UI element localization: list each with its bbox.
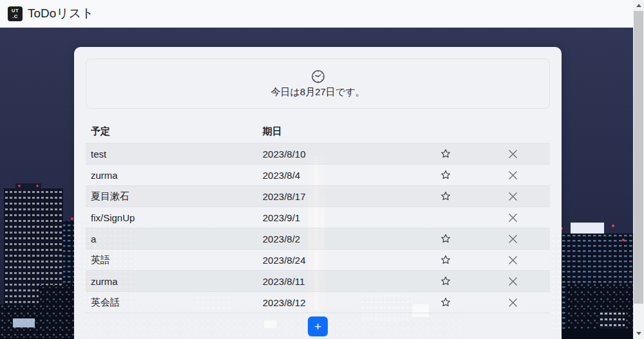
todo-card: 今日は8月27日です。 予定 期日 test 2023/8/10 xyxy=(74,47,562,339)
due-cell: 2023/8/12 xyxy=(258,292,415,313)
app-header: UT .C ToDoリスト xyxy=(0,0,633,28)
star-icon xyxy=(440,276,451,286)
column-header-due: 期日 xyxy=(258,123,415,143)
todo-row: 夏目漱石 2023/8/17 xyxy=(86,186,550,207)
star-icon xyxy=(440,149,451,159)
todo-row: fix/SignUp 2023/9/1 xyxy=(86,207,550,228)
due-cell: 2023/8/24 xyxy=(258,250,415,271)
todo-row: test 2023/8/10 xyxy=(86,143,550,165)
add-row: + xyxy=(86,313,550,339)
delete-button[interactable] xyxy=(504,275,522,288)
star-icon xyxy=(440,297,451,307)
task-cell: 英語 xyxy=(86,250,258,271)
task-cell: zurma xyxy=(86,165,258,186)
x-icon xyxy=(508,213,518,223)
todo-table-body: test 2023/8/10 zurma 2023/8/4 xyxy=(86,143,550,313)
column-header-delete xyxy=(476,123,550,143)
delete-button[interactable] xyxy=(504,169,522,181)
task-cell: fix/SignUp xyxy=(86,207,258,228)
task-cell: 英会話 xyxy=(86,292,258,313)
delete-button[interactable] xyxy=(504,212,522,224)
star-button[interactable] xyxy=(437,147,455,160)
star-icon xyxy=(440,191,451,201)
logo-text-bottom: .C xyxy=(12,14,18,19)
task-cell: zurma xyxy=(86,271,258,292)
vertical-scrollbar[interactable] xyxy=(633,0,644,339)
x-icon xyxy=(508,255,518,265)
star-button[interactable] xyxy=(437,169,455,181)
todo-row: zurma 2023/8/4 xyxy=(86,165,550,186)
app-title: ToDoリスト xyxy=(28,5,94,22)
delete-button[interactable] xyxy=(504,233,522,245)
todo-row: 英語 2023/8/24 xyxy=(86,250,550,271)
due-cell: 2023/8/10 xyxy=(258,143,415,165)
due-cell: 2023/9/1 xyxy=(258,207,415,228)
scroll-up-arrow-icon xyxy=(636,4,641,7)
due-cell: 2023/8/2 xyxy=(258,228,415,250)
x-icon xyxy=(508,149,518,159)
today-date-message: 今日は8月27日です。 xyxy=(270,86,365,98)
todo-table: 予定 期日 test 2023/8/10 xyxy=(86,123,550,339)
x-icon xyxy=(508,277,518,286)
table-header-row: 予定 期日 xyxy=(86,123,550,143)
due-cell: 2023/8/11 xyxy=(258,271,415,292)
todo-row: zurma 2023/8/11 xyxy=(86,271,550,292)
todo-row: a 2023/8/2 xyxy=(86,228,550,250)
column-header-task: 予定 xyxy=(86,123,258,143)
date-banner: 今日は8月27日です。 xyxy=(86,59,550,109)
task-cell: a xyxy=(86,228,258,250)
star-button[interactable] xyxy=(437,275,455,288)
scroll-down-arrow-icon xyxy=(636,332,641,335)
app-logo-icon: UT .C xyxy=(8,6,23,21)
clock-icon xyxy=(311,69,325,84)
star-button[interactable] xyxy=(437,296,455,309)
delete-button[interactable] xyxy=(504,297,522,309)
column-header-favorite xyxy=(415,123,476,143)
star-icon xyxy=(440,255,451,265)
add-todo-button[interactable]: + xyxy=(308,316,328,336)
delete-button[interactable] xyxy=(504,190,522,203)
star-button[interactable] xyxy=(437,232,455,245)
scroll-up-button[interactable] xyxy=(633,0,644,11)
x-icon xyxy=(508,192,518,201)
x-icon xyxy=(508,170,518,180)
x-icon xyxy=(508,298,518,307)
todo-row: 英会話 2023/8/12 xyxy=(86,292,550,313)
star-icon xyxy=(440,170,451,180)
delete-button[interactable] xyxy=(504,254,522,266)
scrollbar-thumb[interactable] xyxy=(634,11,643,304)
logo-text-top: UT xyxy=(12,8,19,14)
star-button[interactable] xyxy=(437,253,455,266)
scroll-down-button[interactable] xyxy=(633,328,644,339)
due-cell: 2023/8/17 xyxy=(258,186,415,207)
task-cell: test xyxy=(86,143,258,165)
x-icon xyxy=(508,234,518,244)
delete-button[interactable] xyxy=(504,148,522,160)
due-cell: 2023/8/4 xyxy=(258,165,415,186)
star-icon xyxy=(440,234,451,244)
task-cell: 夏目漱石 xyxy=(86,186,258,207)
star-button[interactable] xyxy=(437,190,455,203)
